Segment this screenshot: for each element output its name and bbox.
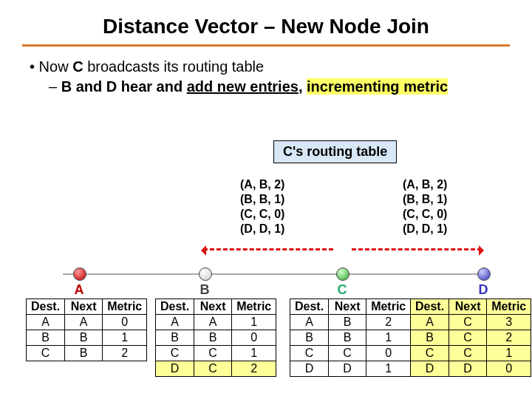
cell: D xyxy=(290,361,329,377)
node-a xyxy=(73,267,86,281)
cell: C xyxy=(329,346,366,361)
l2-highlight: incrementing metric xyxy=(307,78,448,95)
cell: 2 xyxy=(487,330,531,346)
col-next: Next xyxy=(194,299,232,315)
col-metric: Metric xyxy=(232,299,276,315)
tuple-row: (D, D, 1) xyxy=(403,222,447,236)
cell: 1 xyxy=(487,346,531,361)
routing-table-b: Dest.NextMetric AA1 BB0 CC1 DC2 xyxy=(155,299,276,377)
cell: C xyxy=(411,346,449,361)
cell: 2 xyxy=(232,361,276,377)
l1-pre: Now xyxy=(39,58,73,75)
cell: C xyxy=(449,346,487,361)
cell: B xyxy=(65,330,103,346)
cell: C xyxy=(194,346,232,361)
cell: 1 xyxy=(232,346,276,361)
cell: 0 xyxy=(232,330,276,346)
tuple-row: (B, B, 1) xyxy=(240,192,284,207)
l1-bold: C xyxy=(72,58,83,75)
cell: 1 xyxy=(366,330,411,346)
node-b xyxy=(199,267,212,281)
broadcast-arrow-left xyxy=(203,248,333,250)
cell: 1 xyxy=(366,361,411,377)
cell: D xyxy=(156,361,194,377)
col-dest: Dest. xyxy=(290,299,329,315)
title-underline xyxy=(22,44,510,47)
tuple-block-d: (A, B, 2) (B, B, 1) (C, C, 0) (D, D, 1) xyxy=(403,177,447,236)
node-label-c: C xyxy=(336,282,348,298)
cell: D xyxy=(449,361,487,377)
tuple-row: (A, B, 2) xyxy=(403,177,447,192)
cell: B xyxy=(411,330,449,346)
col-dest: Dest. xyxy=(27,299,65,315)
node-c xyxy=(336,267,349,281)
cell: 2 xyxy=(103,346,147,361)
cell: C xyxy=(449,330,487,346)
cell: A xyxy=(290,315,329,330)
cell: A xyxy=(194,315,232,330)
cell: B xyxy=(329,315,366,330)
cell: C xyxy=(194,361,232,377)
cell: D xyxy=(411,361,449,377)
broadcast-arrow-right xyxy=(352,248,482,250)
tuple-row: (C, C, 0) xyxy=(403,207,447,222)
bullet-text: Now C broadcasts its routing table B and… xyxy=(30,57,502,97)
col-next: Next xyxy=(329,299,366,315)
slide-title: Distance Vector – New Node Join xyxy=(0,0,532,44)
node-label-d: D xyxy=(477,282,489,298)
cell: 0 xyxy=(103,315,147,330)
cell: C xyxy=(27,346,65,361)
cell: B xyxy=(65,346,103,361)
cell: C xyxy=(156,346,194,361)
l2-comma: , xyxy=(299,78,307,95)
l2-underline: add new entries xyxy=(187,78,299,95)
link-line xyxy=(63,273,488,275)
cell: 1 xyxy=(232,315,276,330)
cell: B xyxy=(27,330,65,346)
topology-line: A B C D xyxy=(63,266,488,284)
col-next: Next xyxy=(65,299,103,315)
cell: A xyxy=(27,315,65,330)
l2-plain: B and D hear and xyxy=(61,78,187,95)
tuple-row: (D, D, 1) xyxy=(240,222,284,236)
node-d xyxy=(477,267,491,281)
tuple-row: (A, B, 2) xyxy=(240,177,284,192)
routing-table-caption: C's routing table xyxy=(273,140,397,163)
col-metric: Metric xyxy=(366,299,411,315)
cell: D xyxy=(329,361,366,377)
l1-post: broadcasts its routing table xyxy=(83,58,265,75)
node-label-a: A xyxy=(73,282,85,298)
cell: C xyxy=(449,315,487,330)
cell: B xyxy=(156,330,194,346)
col-metric: Metric xyxy=(487,299,531,315)
cell: B xyxy=(290,330,329,346)
col-metric: Metric xyxy=(103,299,147,315)
routing-table-d: Dest.NextMetric AC3 BC2 CC1 DD0 xyxy=(410,299,531,377)
cell: 2 xyxy=(366,315,411,330)
tuple-block-b: (A, B, 2) (B, B, 1) (C, C, 0) (D, D, 1) xyxy=(240,177,284,236)
col-dest: Dest. xyxy=(156,299,194,315)
node-label-b: B xyxy=(199,282,211,298)
cell: A xyxy=(156,315,194,330)
cell: A xyxy=(411,315,449,330)
cell: B xyxy=(329,330,366,346)
cell: 0 xyxy=(487,361,531,377)
cell: B xyxy=(194,330,232,346)
tuple-row: (C, C, 0) xyxy=(240,207,284,222)
col-dest: Dest. xyxy=(411,299,449,315)
routing-table-c: Dest.NextMetric AB2 BB1 CC0 DD1 xyxy=(290,299,411,377)
cell: C xyxy=(290,346,329,361)
cell: A xyxy=(65,315,103,330)
cell: 0 xyxy=(366,346,411,361)
tuple-row: (B, B, 1) xyxy=(403,192,447,207)
cell: 1 xyxy=(103,330,147,346)
routing-table-a: Dest.NextMetric AA0 BB1 CB2 xyxy=(26,299,147,361)
cell: 3 xyxy=(487,315,531,330)
col-next: Next xyxy=(449,299,487,315)
